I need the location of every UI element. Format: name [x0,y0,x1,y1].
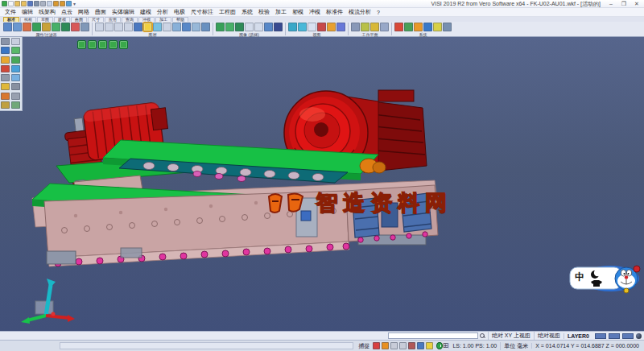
ribbon-tool-icon[interactable] [172,23,181,31]
left-toolbar-icon[interactable] [11,101,20,109]
status-indicator-3[interactable] [622,333,634,339]
workspace-tab[interactable]: 加工 [155,17,171,22]
workspace-tab[interactable]: 草图 [37,17,53,22]
snap-toggle-icon[interactable] [417,342,424,349]
ribbon-tool-icon[interactable] [143,23,152,31]
redo-icon[interactable] [60,1,65,6]
workspace-tab[interactable]: 查询 [122,17,138,22]
ribbon-tool-icon[interactable] [105,23,114,31]
ribbon-tool-icon[interactable] [61,23,70,31]
ribbon-tool-icon[interactable] [264,23,273,31]
workspace-tab[interactable]: 标准 [3,17,19,22]
ribbon-tool-icon[interactable] [414,23,423,31]
snap-toggle-icon[interactable] [408,342,415,349]
ribbon-tool-icon[interactable] [23,23,31,31]
undo-icon[interactable] [53,1,59,6]
ribbon-tool-icon[interactable] [380,23,389,31]
menu-item[interactable]: 网格 [78,8,89,16]
snap-toggle-icon[interactable] [382,342,389,349]
print-icon[interactable] [40,1,46,6]
ribbon-tool-icon[interactable] [235,23,244,31]
active-layer-label[interactable]: LAYER0 [564,333,592,339]
menu-item[interactable]: 校验 [258,8,270,16]
ribbon-tool-icon[interactable] [182,23,191,31]
ribbon-tool-icon[interactable] [361,23,369,31]
ribbon-tool-icon[interactable] [327,23,336,31]
menu-item[interactable]: 尺寸标注 [191,8,213,16]
ribbon-tool-icon[interactable] [274,23,283,31]
workspace-tab[interactable]: 应用 [105,17,121,22]
ribbon-tool-icon[interactable] [163,23,171,31]
left-toolbar-icon[interactable] [1,93,10,100]
ribbon-tool-icon[interactable] [336,23,345,31]
ribbon-tool-icon[interactable] [32,23,41,31]
ribbon-tool-icon[interactable] [71,23,80,31]
grid-icon[interactable]: ⊞ [443,342,449,349]
left-toolbar-icon[interactable] [1,38,10,45]
menu-item[interactable]: 编辑 [22,8,33,16]
ribbon-tool-icon[interactable] [192,23,200,31]
left-toolbar-icon[interactable] [1,56,10,64]
left-toolbar-icon[interactable] [1,83,10,90]
menu-item[interactable]: 冲模 [309,8,320,16]
close-button[interactable]: ✕ [633,1,641,7]
workspace-tab[interactable]: 曲面 [71,17,87,22]
ribbon-tool-icon[interactable] [288,23,297,31]
left-toolbar-icon[interactable] [11,38,20,45]
workspace-tab[interactable]: 尺寸 [88,17,104,22]
ribbon-tool-icon[interactable] [404,23,413,31]
workspace-tab[interactable]: 帮助 [172,17,188,22]
status-orb-icon[interactable] [636,333,642,339]
floating-tool-icon[interactable] [119,40,128,49]
left-toolbar-icon[interactable] [1,65,10,72]
ribbon-tool-icon[interactable] [298,23,307,31]
menu-item[interactable]: 电极 [174,8,185,16]
snap-toggle-icon[interactable] [426,342,433,349]
workspace-tab[interactable]: 冲模 [138,17,155,22]
clock-icon[interactable] [436,342,443,349]
ribbon-tool-icon[interactable] [443,23,452,31]
menu-item[interactable]: 曲面 [95,8,106,16]
ribbon-tool-icon[interactable] [317,23,326,31]
view-mode2-label[interactable]: 绝对视图 [534,332,564,340]
status-indicator-2[interactable] [609,333,620,339]
ribbon-tool-icon[interactable] [433,23,442,31]
copy-icon[interactable] [47,1,52,6]
snap-toggle-icon[interactable] [390,342,398,349]
new-file-icon[interactable] [8,1,14,6]
ribbon-tool-icon[interactable] [394,23,403,31]
left-toolbar-icon[interactable] [11,56,20,64]
status-indicator-1[interactable] [595,333,606,339]
viewport-3d[interactable]: 智造资料网 中 [0,37,644,331]
app-logo-icon[interactable] [2,1,7,6]
ribbon-tool-icon[interactable] [42,23,51,31]
left-toolbar-icon[interactable] [11,65,20,72]
snap-toggle-icon[interactable] [373,342,380,349]
left-toolbar-icon[interactable] [11,83,20,90]
ribbon-tool-icon[interactable] [216,23,225,31]
menu-item[interactable]: 文件 [5,8,16,16]
floating-tool-icon[interactable] [77,40,86,49]
left-toolbar-icon[interactable] [11,74,20,81]
floating-tool-icon[interactable] [98,40,107,49]
ribbon-tool-icon[interactable] [80,23,89,31]
menu-item[interactable]: 工程图 [219,8,236,16]
workspace-tab[interactable]: 线框 [20,17,36,22]
command-input[interactable] [388,332,478,339]
menu-item[interactable]: 线架构 [39,8,56,16]
menu-item[interactable]: 加工 [275,8,287,16]
save-file-icon[interactable] [27,1,33,6]
ribbon-tool-icon[interactable] [114,23,123,31]
ribbon-tool-icon[interactable] [225,23,234,31]
help-icon[interactable] [66,1,72,6]
ribbon-tool-icon[interactable] [134,23,142,31]
menu-item[interactable]: 点云 [61,8,72,16]
ribbon-tool-icon[interactable] [13,23,22,31]
restore-button[interactable]: ❐ [620,1,628,7]
left-toolbar-icon[interactable] [1,74,10,81]
workspace-tab[interactable]: 建模 [54,17,70,22]
minimize-button[interactable]: – [607,1,615,7]
menu-item[interactable]: 模流分析 [349,8,371,16]
ribbon-tool-icon[interactable] [95,23,104,31]
open-file-icon[interactable] [14,1,20,6]
